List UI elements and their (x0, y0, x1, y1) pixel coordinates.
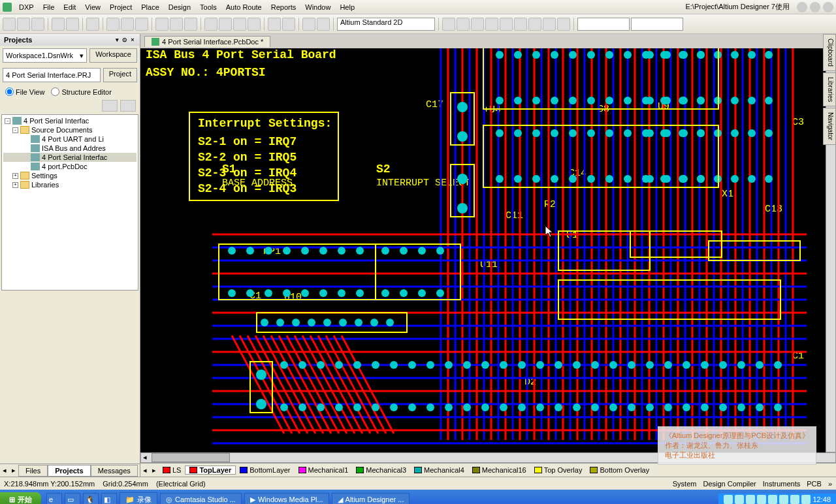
tree-item[interactable]: -Source Documents (3, 125, 137, 134)
quicklaunch-app-icon[interactable]: ◧ (101, 493, 117, 505)
status-instruments[interactable]: Instruments (763, 480, 800, 488)
tray-icon[interactable] (746, 495, 755, 504)
zoom-fit-icon[interactable] (121, 18, 134, 31)
tree-item[interactable]: -4 Port Serial Interfac (3, 116, 137, 125)
component-icon[interactable] (557, 18, 570, 31)
project-button[interactable]: Project (103, 68, 137, 82)
tab-projects[interactable]: Projects (48, 465, 90, 477)
quicklaunch-desk-icon[interactable]: ▭ (65, 493, 80, 505)
menu-file[interactable]: File (39, 3, 59, 11)
menu-autoroute[interactable]: Auto Route (221, 3, 266, 11)
layer-nav-right[interactable]: ▸ (150, 466, 159, 475)
zoom-sel-icon[interactable] (135, 18, 148, 31)
redo-icon[interactable] (282, 18, 295, 31)
menu-tools[interactable]: Tools (195, 3, 221, 11)
status-design[interactable]: Design Compiler (703, 480, 756, 488)
tray-icon[interactable] (768, 495, 777, 504)
view-mode-select[interactable]: Altium Standard 2D (337, 18, 435, 31)
layer-tab[interactable]: Mechanical3 (352, 466, 410, 474)
net-select[interactable] (577, 18, 630, 31)
workspace-select[interactable]: Workspace1.DsnWrk▾ (3, 48, 87, 63)
status-pcb[interactable]: PCB (807, 480, 822, 488)
tree-item[interactable]: 4 Port Serial Interfac (3, 153, 137, 162)
nav-back-icon[interactable] (797, 2, 807, 12)
save-icon[interactable] (31, 18, 44, 31)
undo-icon[interactable] (268, 18, 281, 31)
task-recording[interactable]: 📁录像 (120, 492, 157, 505)
region-icon[interactable] (514, 18, 527, 31)
start-button[interactable]: ⊞ 开始 (0, 492, 41, 505)
panel-close-icon[interactable]: × (129, 37, 136, 43)
cut-icon[interactable] (155, 18, 169, 31)
tab-nav-right[interactable]: ▸ (9, 466, 18, 475)
menu-help[interactable]: Help (335, 3, 359, 11)
highlight-icon[interactable] (302, 18, 315, 31)
tray-icon[interactable] (801, 495, 811, 504)
preview-icon[interactable] (66, 18, 79, 31)
quicklaunch-ie-icon[interactable]: e (46, 493, 62, 504)
tray-icon[interactable] (757, 495, 766, 504)
workspace-button[interactable]: Workspace (89, 48, 137, 63)
quicklaunch-qq-icon[interactable]: 🐧 (83, 493, 99, 505)
clear-icon[interactable] (248, 18, 261, 31)
new-doc-icon[interactable] (3, 18, 16, 31)
tab-files[interactable]: Files (18, 465, 48, 477)
project-select[interactable]: 4 Port Serial Interface.PRJ (3, 68, 101, 82)
tray-icon[interactable] (779, 495, 788, 504)
home-icon[interactable] (823, 2, 833, 12)
menu-dxp[interactable]: DXP (14, 3, 39, 11)
tree-opt2-icon[interactable] (120, 100, 136, 112)
layer-tab[interactable]: Mechanical16 (468, 466, 530, 474)
tray-icon[interactable] (790, 495, 799, 504)
tray-icon[interactable] (724, 495, 733, 504)
browse-icon[interactable] (317, 18, 330, 31)
tree-item[interactable]: +Settings (3, 171, 137, 180)
status-more-icon[interactable]: » (828, 480, 832, 488)
devices-icon[interactable] (86, 18, 99, 31)
nav-fwd-icon[interactable] (810, 2, 820, 12)
panel-pin-icon[interactable]: ⊙ (121, 37, 128, 43)
tree-item[interactable]: +Libraries (3, 180, 137, 189)
tree-item[interactable]: ISA Bus and Addres (3, 144, 137, 153)
libraries-tab[interactable]: Libraries (823, 72, 836, 106)
route-icon[interactable] (442, 18, 455, 31)
tray-icon[interactable] (735, 495, 744, 504)
layer-tab[interactable]: TopLayer (185, 465, 236, 475)
navigator-tab[interactable]: Navigator (823, 108, 836, 145)
tree-item[interactable]: 4 port.PcbDoc (3, 162, 137, 171)
menu-place[interactable]: Place (137, 3, 164, 11)
tab-nav-left[interactable]: ◂ (0, 466, 9, 475)
paste-icon[interactable] (184, 18, 197, 31)
layer-tab[interactable]: BottomLayer (236, 466, 294, 474)
clipboard-tab[interactable]: Clipboard (823, 34, 836, 71)
component-select[interactable] (631, 18, 683, 31)
task-altium[interactable]: ◢Altium Designer ... (332, 493, 410, 505)
tab-messages[interactable]: Messages (91, 465, 138, 477)
deselect-icon[interactable] (233, 18, 246, 31)
layer-tab[interactable]: Top Overlay (530, 466, 587, 474)
arc-icon[interactable] (485, 18, 498, 31)
poly-icon[interactable] (528, 18, 541, 31)
structure-radio[interactable]: Structure Editor (51, 87, 111, 96)
tree-opt1-icon[interactable] (102, 100, 118, 112)
layer-tab[interactable]: Bottom Overlay (586, 466, 653, 474)
layer-tab[interactable]: Mechanical4 (410, 466, 468, 474)
open-icon[interactable] (17, 18, 30, 31)
system-tray[interactable]: 12:48 (718, 494, 836, 504)
fileview-radio[interactable]: File View (5, 87, 44, 96)
task-camtasia[interactable]: ◎Camtasia Studio ... (160, 493, 242, 505)
string-icon[interactable] (543, 18, 556, 31)
document-tab[interactable]: 4 Port Serial Interface.PcbDoc * (144, 36, 270, 47)
select-icon[interactable] (204, 18, 217, 31)
menu-window[interactable]: Window (300, 3, 335, 11)
status-system[interactable]: System (673, 480, 697, 488)
layer-tab[interactable]: LS (159, 466, 185, 474)
menu-edit[interactable]: Edit (59, 3, 80, 11)
pad-icon[interactable] (471, 18, 484, 31)
copy-icon[interactable] (170, 18, 183, 31)
print-icon[interactable] (52, 18, 65, 31)
task-wmp[interactable]: ▶Windows Media Pl... (244, 493, 329, 505)
menu-design[interactable]: Design (164, 3, 195, 11)
via-icon[interactable] (457, 18, 470, 31)
project-tree[interactable]: -4 Port Serial Interfac-Source Documents… (1, 114, 138, 291)
